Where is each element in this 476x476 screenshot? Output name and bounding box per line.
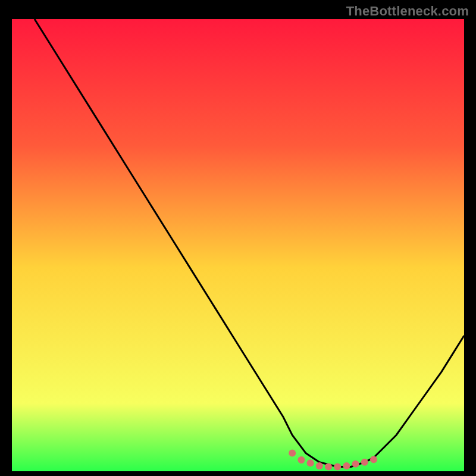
valley-marker [325, 463, 332, 470]
valley-marker [352, 461, 359, 468]
frame-left [0, 0, 12, 476]
valley-marker [361, 459, 368, 466]
chart-frame: TheBottleneck.com [0, 0, 476, 476]
valley-marker [334, 463, 341, 470]
plot-area [12, 19, 464, 471]
watermark-text: TheBottleneck.com [346, 4, 469, 19]
valley-marker [307, 459, 314, 466]
valley-marker [370, 456, 377, 463]
valley-marker [316, 462, 323, 469]
valley-marker [343, 462, 350, 469]
valley-marker [298, 456, 305, 464]
frame-bottom [0, 471, 476, 476]
gradient-background [12, 19, 464, 471]
valley-marker [289, 450, 296, 457]
frame-right [464, 0, 476, 476]
chart-svg [12, 19, 464, 471]
